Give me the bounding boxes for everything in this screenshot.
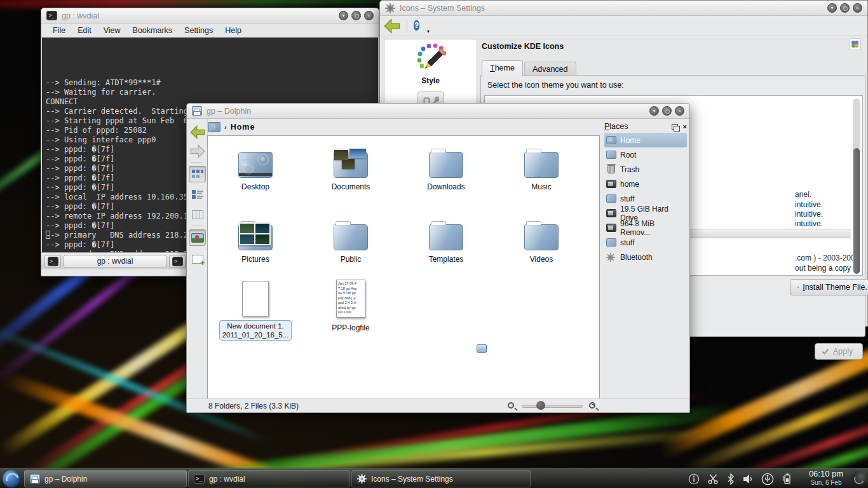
close-panel-icon[interactable]: × (683, 123, 687, 130)
settings-titlebar[interactable]: Icons – System Settings ▾ × (380, 1, 867, 16)
places-item[interactable]: Bluetooth (604, 250, 687, 264)
preview-button[interactable] (189, 229, 206, 246)
volume-icon[interactable] (742, 474, 754, 484)
menu-item[interactable]: View (104, 26, 121, 35)
folder-item[interactable]: Documents (303, 141, 398, 191)
klipper-scissors-icon[interactable] (707, 473, 719, 485)
zoom-slider[interactable] (522, 405, 583, 408)
file-item[interactable]: Jan 17 09:47:18 gp-Aspire-5738 pppd[1946… (303, 276, 398, 332)
tab[interactable]: Theme (482, 60, 523, 76)
details-view-button[interactable] (189, 186, 206, 203)
place-icon (606, 253, 616, 261)
folder-item[interactable]: Templates (398, 214, 494, 264)
menu-item[interactable]: Settings (184, 26, 213, 35)
icons-view-button[interactable] (189, 166, 206, 182)
places-item[interactable]: Trash (604, 162, 687, 177)
forward-button[interactable] (189, 143, 206, 159)
usb-device-icon[interactable] (761, 473, 774, 485)
overview-grid-icon[interactable] (849, 38, 861, 50)
taskbar-task[interactable]: Icons – System Settings (351, 470, 531, 487)
folder-item[interactable]: Pictures (208, 214, 303, 264)
minimize-button[interactable]: ▾ (339, 11, 348, 20)
folder-label: Templates (398, 255, 494, 264)
settings-tabs: ThemeAdvanced (482, 60, 578, 76)
folder-icon (428, 149, 464, 178)
menu-item[interactable]: Bookmarks (133, 26, 173, 35)
dolphin-titlebar[interactable]: gp – Dolphin ▾ × (187, 104, 689, 119)
apply-button[interactable]: Apply (815, 343, 863, 360)
theme-list-fragment: intuitive. (795, 219, 823, 228)
zoom-slider-handle[interactable] (536, 401, 545, 410)
menu-item[interactable]: Edit (78, 26, 92, 35)
style-icon (414, 43, 447, 72)
folder-view[interactable]: New document 1.2011_01_20_16_5... Jan 17… (207, 135, 600, 399)
folder-item[interactable]: Desktop (208, 141, 303, 191)
zoom-in-icon[interactable] (589, 402, 595, 409)
check-icon (822, 348, 829, 355)
back-button[interactable] (189, 124, 206, 140)
maximize-button[interactable] (351, 11, 361, 20)
select-theme-label: Select the icon theme you want to use: (487, 81, 624, 90)
theme-list-fragment: intuitive. (795, 200, 823, 209)
home-folder-icon[interactable] (208, 122, 220, 132)
folder-item[interactable]: Downloads (398, 141, 494, 191)
clock-time: 06:10 pm (802, 470, 850, 479)
places-item[interactable]: Root (604, 147, 687, 162)
page-title: Customize KDE Icons (482, 42, 564, 51)
info-icon[interactable] (688, 473, 700, 485)
terminal-line: --> Sending: ATDT*99***1# (46, 78, 374, 88)
folder-item[interactable]: Videos (494, 214, 589, 264)
taskbar-task[interactable]: gp – Dolphin (24, 470, 187, 487)
install-theme-button[interactable]: Install Theme File... (790, 279, 868, 295)
close-button[interactable]: × (675, 106, 684, 116)
bluetooth-icon[interactable] (727, 473, 735, 485)
close-button[interactable]: × (853, 3, 862, 13)
folder-label: Downloads (398, 182, 494, 191)
new-tab-button[interactable] (44, 255, 61, 268)
places-header: Places × (604, 120, 687, 133)
folder-item[interactable]: Music (494, 141, 589, 191)
close-button[interactable]: × (364, 11, 374, 20)
battery-icon[interactable] (782, 473, 792, 485)
columns-view-icon (192, 210, 203, 219)
toolbar-separator (407, 19, 407, 33)
zoom-out-icon[interactable] (508, 402, 514, 409)
places-item[interactable]: Home (604, 133, 687, 147)
sidebar-item-style[interactable]: Style (384, 43, 477, 85)
terminal-tab[interactable]: gp : wvdial (64, 255, 166, 268)
breadcrumb-home[interactable]: Home (231, 123, 255, 132)
folder-icon (333, 149, 369, 178)
help-button[interactable]: ? ▾ (414, 19, 428, 33)
taskbar-task[interactable]: gp : wvdial (188, 470, 350, 487)
split-view-button[interactable] (189, 251, 206, 268)
scrollbar-thumb[interactable] (853, 148, 860, 274)
places-list: Home Root Trash home (604, 133, 687, 264)
places-item[interactable]: stuff (604, 235, 687, 250)
tab[interactable]: Advanced (524, 62, 576, 76)
columns-view-button[interactable] (189, 207, 206, 223)
maximize-button[interactable] (840, 3, 850, 13)
places-item[interactable]: 964.8 MiB Remov... (604, 220, 687, 235)
minimize-button[interactable]: ▾ (649, 106, 659, 116)
dolphin-window: gp – Dolphin ▾ × › Home (186, 103, 690, 413)
menu-item[interactable]: Help (225, 26, 241, 35)
system-tray (688, 469, 792, 488)
back-button[interactable] (384, 18, 400, 34)
scrollbar[interactable] (853, 98, 860, 273)
tab-list-button[interactable] (169, 255, 186, 268)
folder-item[interactable]: Public (303, 214, 398, 264)
place-icon (606, 209, 616, 217)
terminal-cursor (46, 231, 50, 239)
panel-toolbox-icon[interactable] (851, 471, 867, 486)
app-launcher-icon[interactable] (3, 470, 20, 487)
minimize-button[interactable]: ▾ (827, 3, 837, 13)
float-panel-icon[interactable] (672, 124, 678, 130)
terminal-titlebar[interactable]: gp : wvdial ▾ × (41, 8, 379, 24)
menu-item[interactable]: File (53, 26, 65, 35)
places-item[interactable]: home (604, 177, 687, 191)
clock[interactable]: 06:10 pm Sun, 6 Feb (802, 470, 850, 486)
folder-label: Documents (303, 182, 398, 191)
file-item-selected[interactable]: New document 1.2011_01_20_16_5... (208, 277, 303, 341)
maximize-button[interactable] (662, 106, 672, 116)
back-arrow-icon (190, 125, 205, 139)
